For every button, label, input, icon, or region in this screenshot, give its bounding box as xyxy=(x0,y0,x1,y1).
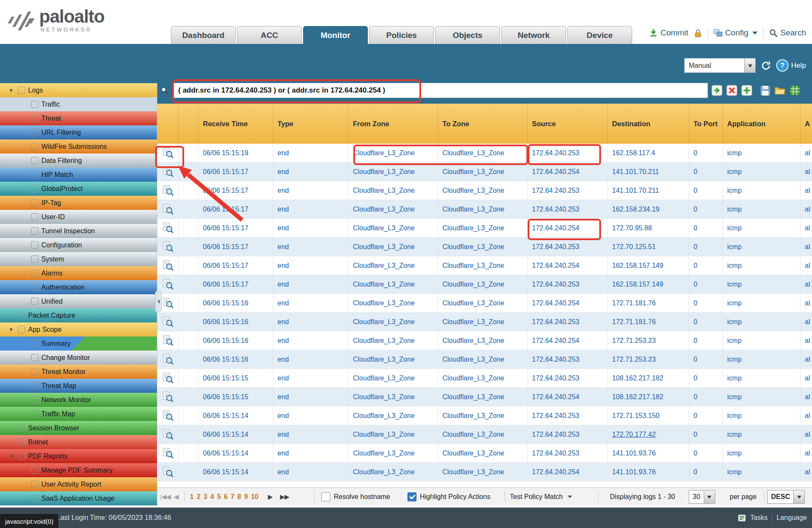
application-cell[interactable]: icmp xyxy=(723,406,800,425)
action-cell[interactable]: al xyxy=(800,294,812,313)
row-detail-button[interactable] xyxy=(157,256,179,275)
destination-cell[interactable]: 108.162.217.182 xyxy=(608,369,689,388)
type-cell[interactable]: end xyxy=(273,331,349,350)
to-port-cell[interactable]: 0 xyxy=(689,463,723,482)
application-cell[interactable]: icmp xyxy=(723,275,800,294)
to-port-cell[interactable]: 0 xyxy=(689,275,723,294)
from-zone-cell[interactable]: Cloudflare_L3_Zone xyxy=(349,256,438,275)
application-cell[interactable]: icmp xyxy=(723,331,800,350)
type-cell[interactable]: end xyxy=(273,219,349,238)
from-zone-cell[interactable]: Cloudflare_L3_Zone xyxy=(349,369,438,388)
sidebar-item[interactable]: Tunnel Inspection xyxy=(0,224,157,238)
nav-tab[interactable]: Dashboard xyxy=(171,26,236,44)
column-header-from-zone[interactable]: From Zone xyxy=(349,104,438,144)
apply-filter-icon[interactable] xyxy=(711,84,723,96)
column-header-destination[interactable]: Destination xyxy=(608,104,689,144)
action-cell[interactable]: al xyxy=(800,181,812,200)
row-detail-button[interactable] xyxy=(157,425,179,444)
sidebar-item[interactable]: ▼ Logs xyxy=(0,83,157,97)
row-detail-button[interactable] xyxy=(157,369,179,388)
source-cell[interactable]: 172.64.240.253 xyxy=(528,144,608,162)
sidebar-item[interactable]: System xyxy=(0,252,157,266)
page-size-dropdown-button[interactable] xyxy=(704,490,715,503)
to-zone-cell[interactable]: Cloudflare_L3_Zone xyxy=(438,294,528,313)
from-zone-cell[interactable]: Cloudflare_L3_Zone xyxy=(349,388,438,406)
type-cell[interactable]: end xyxy=(273,350,349,369)
to-zone-cell[interactable]: Cloudflare_L3_Zone xyxy=(438,369,528,388)
destination-cell[interactable]: 172.71.181.76 xyxy=(608,294,689,313)
to-port-cell[interactable]: 0 xyxy=(689,294,723,313)
to-port-cell[interactable]: 0 xyxy=(689,162,723,181)
action-cell[interactable]: al xyxy=(800,275,812,294)
sidebar-item[interactable]: Change Monitor xyxy=(0,351,157,365)
search-button[interactable]: Search xyxy=(769,28,806,38)
help-button[interactable]: Help xyxy=(776,59,806,72)
sidebar-item[interactable]: Network Monitor xyxy=(0,393,157,407)
to-port-cell[interactable]: 0 xyxy=(689,331,723,350)
from-zone-cell[interactable]: Cloudflare_L3_Zone xyxy=(349,144,438,162)
type-cell[interactable]: end xyxy=(273,144,349,162)
page-number[interactable]: 7 xyxy=(231,493,234,501)
destination-cell[interactable]: 172.70.125.51 xyxy=(608,238,689,256)
source-cell[interactable]: 172.64.240.254 xyxy=(528,219,608,238)
to-port-cell[interactable]: 0 xyxy=(689,181,723,200)
to-port-cell[interactable]: 0 xyxy=(689,425,723,444)
page-number[interactable]: 2 xyxy=(196,493,200,501)
from-zone-cell[interactable]: Cloudflare_L3_Zone xyxy=(349,162,438,181)
tree-expander-icon[interactable]: ▼ xyxy=(9,87,18,93)
from-zone-cell[interactable]: Cloudflare_L3_Zone xyxy=(349,181,438,200)
sidebar-item[interactable]: Authentication xyxy=(0,280,157,294)
receive-time-cell[interactable]: 06/06 15:15:19 xyxy=(199,144,273,162)
page-size-select[interactable]: 30 xyxy=(689,490,715,504)
source-cell[interactable]: 172.64.240.254 xyxy=(528,256,608,275)
column-header-receive-time[interactable]: Receive Time xyxy=(199,104,273,144)
sidebar-collapse-handle[interactable] xyxy=(155,291,162,312)
type-cell[interactable]: end xyxy=(273,369,349,388)
destination-cell[interactable]: 141.101.70.211 xyxy=(608,181,689,200)
save-filter-icon[interactable] xyxy=(759,84,771,96)
type-cell[interactable]: end xyxy=(273,313,349,331)
row-detail-button[interactable] xyxy=(157,388,179,406)
sidebar-item[interactable]: WildFire Submissions xyxy=(0,139,157,154)
receive-time-cell[interactable]: 06/06 15:15:15 xyxy=(199,369,273,388)
refresh-mode-select[interactable]: Manual xyxy=(684,58,756,73)
last-page-button[interactable]: ▶▶ xyxy=(280,493,289,501)
receive-time-cell[interactable]: 06/06 15:15:17 xyxy=(199,162,273,181)
to-zone-cell[interactable]: Cloudflare_L3_Zone xyxy=(438,275,528,294)
export-csv-icon[interactable] xyxy=(789,84,801,96)
type-cell[interactable]: end xyxy=(273,444,349,463)
receive-time-cell[interactable]: 06/06 15:15:14 xyxy=(199,406,273,425)
receive-time-cell[interactable]: 06/06 15:15:17 xyxy=(199,200,273,219)
to-port-cell[interactable]: 0 xyxy=(689,144,723,162)
sidebar-item[interactable]: Traffic Map xyxy=(0,407,157,421)
receive-time-cell[interactable]: 06/06 15:15:16 xyxy=(199,313,273,331)
to-zone-cell[interactable]: Cloudflare_L3_Zone xyxy=(438,350,528,369)
receive-time-cell[interactable]: 06/06 15:15:17 xyxy=(199,238,273,256)
nav-tab[interactable]: Policies xyxy=(369,26,434,44)
type-cell[interactable]: end xyxy=(273,256,349,275)
row-detail-button[interactable] xyxy=(157,181,179,200)
to-zone-cell[interactable]: Cloudflare_L3_Zone xyxy=(438,406,528,425)
receive-time-cell[interactable]: 06/06 15:15:17 xyxy=(199,256,273,275)
sidebar-item[interactable]: User-ID xyxy=(0,210,157,224)
from-zone-cell[interactable]: Cloudflare_L3_Zone xyxy=(349,425,438,444)
sidebar-item[interactable]: Data Filtering xyxy=(0,154,157,168)
type-cell[interactable]: end xyxy=(273,406,349,425)
to-zone-cell[interactable]: Cloudflare_L3_Zone xyxy=(438,425,528,444)
column-header-action[interactable]: A xyxy=(800,104,812,144)
type-cell[interactable]: end xyxy=(273,275,349,294)
refresh-icon[interactable] xyxy=(760,60,772,72)
row-detail-button[interactable] xyxy=(157,219,179,238)
type-cell[interactable]: end xyxy=(273,181,349,200)
type-cell[interactable]: end xyxy=(273,388,349,406)
filter-builder-icon[interactable] xyxy=(159,84,170,96)
tree-expander-icon[interactable]: ▼ xyxy=(9,453,18,459)
destination-cell[interactable]: 172.70.177.42 xyxy=(608,425,689,444)
action-cell[interactable]: al xyxy=(800,388,812,406)
column-header-type[interactable]: Type xyxy=(273,104,349,144)
action-cell[interactable]: al xyxy=(800,238,812,256)
to-port-cell[interactable]: 0 xyxy=(689,369,723,388)
source-cell[interactable]: 172.64.240.254 xyxy=(528,388,608,406)
sidebar-item[interactable]: Packet Capture xyxy=(0,308,157,322)
to-zone-cell[interactable]: Cloudflare_L3_Zone xyxy=(438,463,528,482)
